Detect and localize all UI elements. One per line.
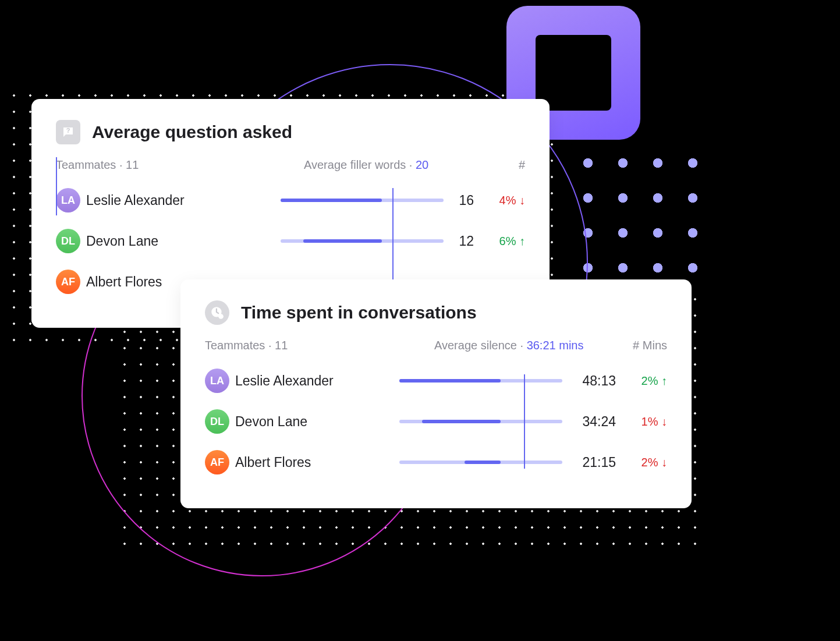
card-title: Time spent in conversations (241, 303, 477, 323)
column-headers: Teammates · 11 Average silence · 36:21 m… (205, 339, 667, 352)
avatar: AF (205, 450, 229, 474)
teammate-row: DL Devon Lane 12 6% ↑ (56, 229, 525, 253)
teammate-row: AF Albert Flores 21:15 2% ↓ (205, 450, 667, 474)
teammate-row: LA Leslie Alexander 16 4% ↓ (56, 188, 525, 213)
average-marker-line (524, 374, 525, 469)
teammate-name: Albert Flores (235, 455, 399, 470)
average-marker (56, 157, 57, 215)
column-headers: Teammates · 11 Average filler words · 20… (56, 158, 525, 172)
svg-point-2 (218, 314, 224, 319)
row-value: 21:15 (562, 455, 621, 470)
metric-header: Average filler words · 20 (304, 158, 467, 172)
avatar: DL (56, 229, 80, 253)
bar (281, 236, 444, 246)
row-value: 48:13 (562, 373, 621, 389)
teammate-name: Leslie Alexander (86, 193, 281, 208)
row-value: 16 (444, 193, 479, 208)
card-time-spent-conversations: Time spent in conversations Teammates · … (180, 279, 692, 508)
teammate-name: Devon Lane (86, 233, 281, 249)
teammates-header: Teammates · 11 (56, 158, 304, 172)
teammates-header: Teammates · 11 (205, 339, 434, 352)
clock-user-icon (205, 300, 229, 325)
teammate-row: LA Leslie Alexander 48:13 2% ↑ (205, 369, 667, 393)
card-title: Average question asked (92, 122, 292, 142)
question-bubble-icon: ? (56, 120, 80, 144)
card-header: ? Average question asked (56, 120, 525, 144)
svg-text:?: ? (66, 127, 70, 134)
avatar: AF (56, 270, 80, 294)
teammate-row: DL Devon Lane 34:24 1% ↓ (205, 409, 667, 434)
row-delta: 4% ↓ (479, 194, 525, 207)
bar (399, 458, 562, 467)
card-header: Time spent in conversations (205, 300, 667, 325)
teammate-name: Leslie Alexander (235, 373, 399, 389)
decorative-dots-purple (570, 146, 699, 274)
row-delta: 2% ↓ (621, 456, 667, 469)
row-delta: 6% ↑ (479, 235, 525, 248)
row-delta: 1% ↓ (621, 415, 667, 428)
avatar: LA (56, 188, 80, 213)
row-delta: 2% ↑ (621, 374, 667, 388)
value-header: # (467, 158, 525, 172)
teammate-name: Devon Lane (235, 414, 399, 430)
bar (399, 417, 562, 426)
value-header: # Mins (597, 339, 667, 352)
bar (281, 196, 444, 205)
row-value: 34:24 (562, 414, 621, 430)
avatar: LA (205, 369, 229, 393)
row-value: 12 (444, 233, 479, 249)
avatar: DL (205, 409, 229, 434)
metric-header: Average silence · 36:21 mins (434, 339, 597, 352)
bar (399, 376, 562, 385)
